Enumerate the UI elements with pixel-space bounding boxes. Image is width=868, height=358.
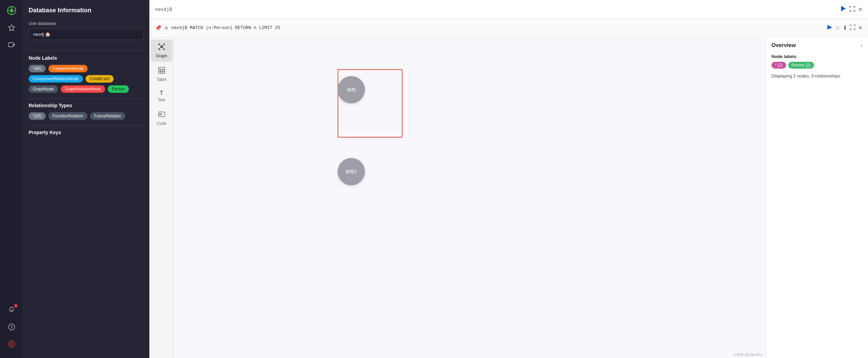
view-tabs: Graph Table T [149, 37, 174, 358]
node-label-person[interactable]: Person [108, 85, 129, 93]
svg-marker-16 [827, 25, 832, 30]
tab-text-label: Text [158, 98, 165, 102]
graph-node-1-label: 杨戬 [347, 87, 356, 93]
property-keys-heading: Property Keys [29, 130, 144, 135]
query-star-button[interactable]: ☆ [835, 25, 840, 31]
use-database-label: Use database [29, 21, 144, 26]
overview-description: Displaying 2 nodes, 0 relationships. [771, 73, 863, 80]
overview-tag-all[interactable]: * (2) [771, 62, 786, 69]
help-icon[interactable]: ? [4, 320, 19, 334]
command-run-button[interactable] [840, 5, 847, 14]
node-label-graphnode[interactable]: GraphNode [29, 85, 58, 93]
svg-line-25 [162, 47, 163, 48]
query-expand-button[interactable] [850, 25, 855, 31]
notification-badge [14, 304, 17, 307]
overview-title: Overview [771, 42, 796, 48]
overview-panel: Overview › Node labels * (2) Person (2) … [766, 37, 868, 358]
query-bar: 📌 ∧ neo4j$ MATCH (n:Person) RETURN n LIM… [149, 19, 868, 37]
svg-line-23 [162, 46, 163, 46]
query-run-button[interactable] [826, 24, 833, 32]
favorites-icon[interactable] [4, 20, 19, 35]
query-download-button[interactable]: ⬇ [843, 25, 847, 31]
query-text: neo4j$ MATCH (n:Person) RETURN n LIMIT 2… [171, 25, 824, 30]
command-bar: neo4j$ ✕ [149, 0, 868, 19]
command-prompt: neo4j$ [155, 7, 837, 12]
node-label-component[interactable]: ComponentNode [48, 65, 88, 72]
svg-text:?: ? [10, 325, 13, 330]
tab-graph-label: Graph [156, 54, 167, 58]
svg-line-24 [160, 47, 161, 48]
overview-expand-button[interactable]: › [861, 42, 863, 48]
tab-code-label: Code [157, 121, 166, 126]
overview-tag-person[interactable]: Person (2) [788, 62, 814, 69]
svg-point-1 [10, 9, 13, 12]
command-expand-button[interactable] [849, 6, 855, 13]
pin-icon: 📌 [155, 25, 162, 31]
error-icon[interactable] [4, 337, 19, 351]
svg-point-21 [163, 48, 165, 50]
node-label-componentrelation[interactable]: ComponentRelationNode [29, 75, 83, 83]
sidebar: Database Information Use database neo4j … [23, 0, 149, 358]
main-area: neo4j$ ✕ 📌 ∧ neo4j$ MATCH (n:Person) RET… [149, 0, 868, 358]
svg-point-20 [158, 48, 160, 50]
text-tab-icon: T [160, 90, 163, 96]
svg-marker-15 [841, 6, 846, 11]
tab-table-label: Table [157, 77, 166, 82]
query-close-button[interactable]: ✕ [858, 25, 863, 31]
tab-graph[interactable]: Graph [151, 40, 173, 62]
video-icon[interactable] [4, 38, 19, 52]
node-label-graphrelation[interactable]: GraphRelationNode [61, 85, 105, 93]
divider-3 [29, 125, 144, 126]
graph-tab-icon [158, 43, 165, 52]
rel-type-function[interactable]: FunctionRelation [48, 112, 87, 120]
svg-point-19 [163, 44, 165, 45]
overview-header: Overview › [771, 42, 863, 48]
code-tab-icon [158, 111, 165, 120]
command-close-button[interactable]: ✕ [858, 6, 863, 13]
notification-icon[interactable] [4, 303, 19, 317]
relationship-types-heading: Relationship Types [29, 103, 144, 108]
divider-2 [29, 98, 144, 99]
svg-line-32 [160, 113, 161, 116]
divider-1 [29, 51, 144, 51]
table-tab-icon [158, 67, 165, 76]
rel-type-all[interactable]: *(25) [29, 112, 46, 120]
svg-line-22 [160, 46, 161, 46]
node-label-all[interactable]: *(60) [29, 65, 46, 72]
overview-tags: * (2) Person (2) [771, 62, 863, 69]
graph-node-2[interactable]: 杨戬2 [338, 158, 365, 185]
svg-rect-26 [159, 67, 165, 73]
node-labels-tags: *(60) ComponentNode ComponentRelationNod… [29, 65, 144, 93]
content-area: Graph Table T [149, 37, 868, 358]
tab-table[interactable]: Table [151, 63, 173, 85]
relationship-types-tags: *(25) FunctionRelation FutureRelation [29, 112, 144, 120]
database-select[interactable]: neo4j 🏠 system [29, 29, 144, 40]
svg-rect-7 [9, 43, 13, 47]
collapse-icon[interactable]: ∧ [164, 25, 168, 31]
svg-point-18 [158, 44, 160, 45]
node-label-creditcard[interactable]: CreditCard [86, 75, 114, 83]
icon-bar: ? [0, 0, 23, 358]
overview-node-labels-heading: Node labels [771, 54, 863, 59]
watermark: CSDN @ZNineSun [734, 353, 763, 357]
node-labels-heading: Node Labels [29, 55, 144, 61]
rel-type-future[interactable]: FutureRelation [90, 112, 125, 120]
graph-node-2-label: 杨戬2 [345, 169, 357, 175]
sidebar-title: Database Information [29, 7, 144, 14]
svg-marker-6 [9, 25, 15, 31]
logo-icon[interactable] [4, 3, 19, 18]
graph-node-1[interactable]: 杨戬 [338, 76, 365, 103]
graph-canvas[interactable]: 杨戬 杨戬2 CSDN @ZNineSun [174, 37, 766, 358]
tab-text[interactable]: T Text [151, 87, 173, 106]
result-panel: 📌 ∧ neo4j$ MATCH (n:Person) RETURN n LIM… [149, 19, 868, 358]
tab-code[interactable]: Code [151, 107, 173, 129]
